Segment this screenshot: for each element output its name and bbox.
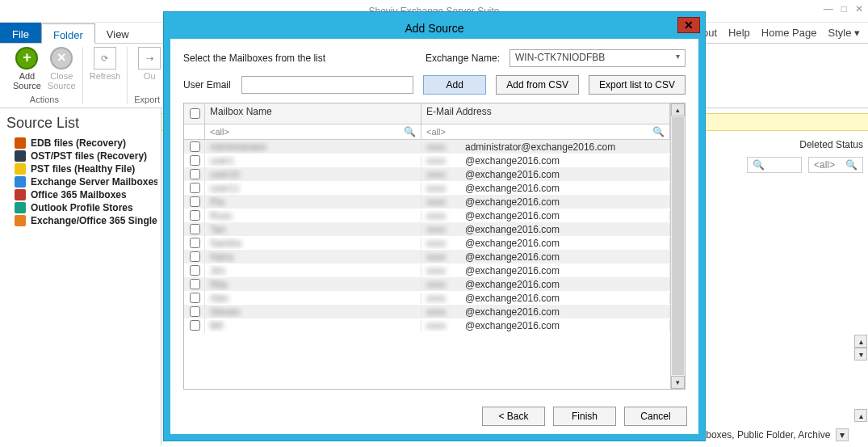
row-checkbox[interactable] (190, 251, 200, 262)
exchange-name-label: Exchange Name: (426, 53, 500, 64)
mailbox-email: administrator@exchange2016.com (465, 141, 615, 153)
mailbox-email: @exchange2016.com (465, 210, 560, 221)
select-all-checkbox[interactable] (190, 108, 200, 119)
tree-item[interactable]: Exchange Server Mailboxes (3, 175, 157, 188)
mailbox-row[interactable]: Ritaxxxx@exchange2016.com (184, 277, 670, 291)
mailbox-name: user1 (210, 155, 234, 167)
row-checkbox[interactable] (190, 306, 200, 317)
scroll-up-2[interactable]: ▴ (854, 409, 867, 422)
mailbox-name: Administrator (210, 141, 267, 153)
scroll-up[interactable]: ▴ (854, 335, 867, 348)
exchange-name-dropdown[interactable]: WIN-CTK7NIODFBB (509, 49, 686, 67)
source-list-panel: Source List EDB files (Recovery)OST/PST … (0, 108, 161, 445)
row-checkbox[interactable] (190, 155, 200, 166)
dialog-close-button[interactable]: ✕ (677, 17, 700, 33)
menu-view[interactable]: View (95, 23, 140, 43)
mailbox-name-header[interactable]: Mailbox Name (205, 103, 421, 124)
tree-item-label: EDB files (Recovery) (31, 137, 126, 149)
cancel-button[interactable]: Cancel (624, 407, 687, 426)
mailbox-email: @exchange2016.com (465, 320, 560, 331)
mailbox-email: @exchange2016.com (465, 224, 560, 235)
instruction-label: Select the Mailboxes from the list (183, 53, 416, 64)
minimize-icon[interactable]: — (824, 3, 833, 15)
tree-item[interactable]: Exchange/Office 365 Single (3, 214, 157, 227)
row-checkbox[interactable] (190, 224, 200, 234)
add-button[interactable]: Add (423, 75, 486, 95)
mailbox-email: @exchange2016.com (465, 279, 560, 290)
folder-icon (15, 176, 26, 188)
mailbox-row[interactable]: Alexxxxx@exchange2016.com (184, 291, 670, 305)
deleted-status-header[interactable]: Deleted Status (799, 139, 863, 150)
user-email-input[interactable] (241, 76, 413, 94)
maximize-icon[interactable]: □ (841, 3, 847, 15)
row-checkbox[interactable] (190, 279, 200, 289)
finish-button[interactable]: Finish (553, 407, 616, 426)
tree-item[interactable]: Office 365 Mailboxes (3, 188, 157, 201)
add-source-button[interactable]: + Add Source (13, 47, 41, 91)
mailbox-name: Pia (210, 196, 224, 208)
mailbox-row[interactable]: Harryxxxx@exchange2016.com (184, 250, 670, 264)
email-filter[interactable]: <all>🔍 (421, 124, 670, 139)
tree-item[interactable]: EDB files (Recovery) (3, 137, 157, 150)
mailbox-email: @exchange2016.com (465, 293, 560, 304)
mailbox-row[interactable]: Jimxxxx@exchange2016.com (184, 264, 670, 277)
mailbox-name: Steven (210, 306, 240, 318)
scroll-up-icon[interactable]: ▴ (671, 103, 685, 116)
mailbox-row[interactable]: Piaxxxx@exchange2016.com (184, 195, 670, 209)
mailbox-email: @exchange2016.com (465, 169, 560, 180)
tree-item-label: Outlook Profile Stores (31, 202, 133, 213)
mailbox-row[interactable]: user10xxxx@exchange2016.com (184, 167, 670, 181)
grid-scrollbar[interactable]: ▴ ▾ (670, 103, 685, 389)
menu-file[interactable]: File (0, 23, 41, 43)
row-checkbox[interactable] (190, 265, 200, 276)
back-button[interactable]: < Back (482, 407, 545, 426)
add-source-dialog: Add Source ✕ Select the Mailboxes from t… (164, 12, 705, 441)
mailbox-name: Alex (210, 293, 229, 304)
row-checkbox[interactable] (190, 141, 200, 152)
close-icon[interactable]: ✕ (855, 3, 863, 15)
menu-help[interactable]: Help (728, 27, 750, 39)
source-list-title: Source List (6, 115, 154, 132)
tree-item[interactable]: PST files (Healthy File) (3, 162, 157, 175)
mailbox-name: Tan (210, 224, 225, 235)
scroll-down-icon[interactable]: ▾ (671, 376, 685, 389)
mailbox-email: @exchange2016.com (465, 196, 560, 208)
folder-icon (15, 137, 26, 149)
menu-home[interactable]: Home Page (761, 27, 817, 39)
name-filter[interactable]: <all>🔍 (205, 124, 421, 139)
row-checkbox[interactable] (190, 183, 200, 193)
mailbox-row[interactable]: Russxxxx@exchange2016.com (184, 209, 670, 222)
mailbox-row[interactable]: Stevenxxxx@exchange2016.com (184, 305, 670, 318)
mailbox-name: user11 (210, 183, 240, 194)
mailbox-email: @exchange2016.com (465, 265, 560, 276)
tree-item[interactable]: Outlook Profile Stores (3, 201, 157, 214)
mailbox-row[interactable]: Administratorxxxxadministrator@exchange2… (184, 140, 670, 154)
mailbox-row[interactable]: Sandraxxxx@exchange2016.com (184, 236, 670, 250)
footer-text: ailboxes, Public Folder, Archive ▾ (696, 429, 849, 441)
mailbox-row[interactable]: Billxxxx@exchange2016.com (184, 318, 670, 332)
left-filter[interactable]: 🔍 (747, 157, 802, 173)
dialog-titlebar: Add Source ✕ (170, 18, 699, 39)
row-checkbox[interactable] (190, 293, 200, 303)
mailbox-name: Jim (210, 265, 225, 276)
deleted-filter[interactable]: <all>🔍 (808, 157, 863, 173)
export-csv-button[interactable]: Export list to CSV (589, 75, 686, 95)
row-checkbox[interactable] (190, 196, 200, 207)
row-checkbox[interactable] (190, 238, 200, 248)
menu-style[interactable]: Style ▾ (828, 27, 860, 39)
mailbox-name: Russ (210, 210, 232, 221)
row-checkbox[interactable] (190, 169, 200, 179)
mailbox-row[interactable]: user1xxxx@exchange2016.com (184, 154, 670, 167)
row-checkbox[interactable] (190, 210, 200, 221)
tree-item[interactable]: OST/PST files (Recovery) (3, 150, 157, 162)
menu-folder[interactable]: Folder (41, 23, 95, 44)
mailbox-row[interactable]: Tanxxxx@exchange2016.com (184, 222, 670, 236)
mailbox-name: Harry (210, 251, 233, 263)
mailbox-row[interactable]: user11xxxx@exchange2016.com (184, 181, 670, 195)
refresh-button: ⟳ Refresh (90, 47, 121, 81)
email-header[interactable]: E-Mail Address (421, 103, 670, 124)
tree-item-label: PST files (Healthy File) (31, 163, 135, 175)
scroll-down[interactable]: ▾ (854, 348, 867, 361)
row-checkbox[interactable] (190, 320, 200, 331)
add-from-csv-button[interactable]: Add from CSV (496, 75, 579, 95)
